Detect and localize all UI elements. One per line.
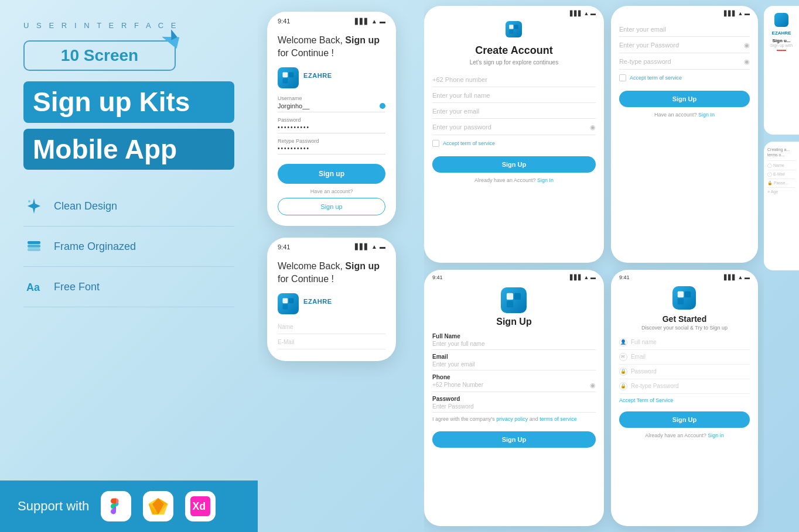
gs-accept-row: Accept Term of Service [619,397,750,403]
gs-accept-link[interactable]: Accept Term of Service [619,397,673,403]
ca-title: Create Account [432,44,596,57]
have-account-1: Have an account? [278,188,385,194]
svg-rect-24 [507,300,513,307]
username-value: Jorginho__ [278,102,385,112]
ca-sign-in[interactable]: Sign In [537,177,554,183]
su-fullname-group: Full Name Enter your full name [432,333,596,350]
ps-sign-in[interactable]: Sign In [698,112,715,118]
phone2-content: Welcome Back, Sign up for Continue ! EZA… [267,254,396,361]
app-name-1: EZAHRE [303,72,332,79]
svg-point-0 [28,200,30,202]
feature-item-font: Aa Free Font [23,267,234,307]
gs-password-field[interactable]: 🔒 Password [619,365,750,379]
ca-content: Create Account Let's sign up for explore… [424,41,604,191]
wifi-icon-2: ▲ [371,243,377,250]
lock-retype-icon: 🔒 [619,382,627,390]
screen-badge-wrapper: 10 Screen [23,40,176,71]
ps-accept-row: Accept term of service [619,74,750,81]
feature-item-clean: Clean Design [23,186,234,226]
signup-btn-1[interactable]: Sign up [278,164,385,184]
su-content: Sign Up Full Name Enter your full name E… [424,317,604,456]
svg-text:Xd: Xd [193,500,206,512]
signup-outline-btn-1[interactable]: Sign up [278,198,385,215]
su-email-input[interactable]: Enter your email [432,361,596,370]
status-icons-1: ▋▋▋ ▲ ▬ [355,18,385,25]
wifi-icon: ▲ [371,18,377,25]
ps-retype[interactable]: Re-type password ◉ [619,54,750,70]
ps-accept-label[interactable]: Accept term of service [630,75,682,81]
feature-list: Clean Design Frame Orginazed Aa Free Fon… [23,186,234,307]
password-dots: •••••••••• [278,124,385,133]
frame-organized-label: Frame Orginazed [54,241,136,253]
status-icons-2: ▋▋▋ ▲ ▬ [355,243,385,250]
far-right-sub: Sign up with [769,43,794,47]
su-fullname-input[interactable]: Enter your full name [432,341,596,350]
su-signup-btn[interactable]: Sign Up [432,431,596,448]
far-right-terms: terms o... [767,153,795,157]
ca-field-password[interactable]: Enter your password ◉ [432,120,596,135]
su-title: Sign Up [432,317,596,327]
feature-item-frame: Frame Orginazed [23,226,234,267]
ca-have-account: Already have an Account? Sign In [432,177,596,183]
middle-panel: 9:41 ▋▋▋ ▲ ▬ Welcome Back, Sign up for C… [258,0,424,532]
sign-up-phone: 9:41 ▋▋▋ ▲ ▬ Sign Up Full Name [424,270,604,527]
ps-email[interactable]: Enter your email [619,22,750,37]
font-icon: Aa [23,276,45,297]
gs-retype-field[interactable]: 🔒 Re-type Password [619,379,750,394]
free-font-label: Free Font [54,281,100,293]
svg-rect-22 [507,293,513,299]
eye-icon-ca: ◉ [590,123,596,131]
xd-icon[interactable]: Xd [185,491,216,521]
far-right-divider [777,50,786,51]
svg-rect-16 [282,298,288,303]
right-panel: ▋▋▋ ▲ ▬ Create Account Let's sign up for… [424,0,764,532]
right-row-top: ▋▋▋ ▲ ▬ Create Account Let's sign up for… [424,6,758,263]
ca-accept-row: Accept term of service [432,140,596,147]
gs-status-bar: 9:41 ▋▋▋ ▲ ▬ [611,270,758,283]
svg-rect-20 [514,25,518,29]
gs-title: Get Started [619,314,750,324]
gs-fullname-field[interactable]: 👤 Full name [619,335,750,350]
svg-rect-17 [289,298,294,303]
sketch-icon[interactable] [143,491,173,521]
clean-design-label: Clean Design [54,200,117,212]
far-right-label: EZAHRE [769,30,794,36]
right-row-bottom: 9:41 ▋▋▋ ▲ ▬ Sign Up Full Name [424,270,758,527]
ps-status-bar: ▋▋▋ ▲ ▬ [611,6,758,19]
svg-text:Aa: Aa [26,282,40,293]
gs-email-field[interactable]: ✉ Email [619,350,750,365]
retype-field: Retype Password •••••••••• [278,138,385,155]
svg-rect-23 [514,293,521,299]
gs-signup-btn[interactable]: Sign Up [619,411,750,428]
password-label: Password [278,117,385,123]
time-1: 9:41 [278,18,290,25]
svg-rect-2 [28,245,40,248]
far-right-pass: 🔒 Passe... [767,181,795,186]
su-email-group: Email Enter your email [432,353,596,370]
ps-signup-btn[interactable]: Sign Up [619,91,750,107]
phone-mockup-1: 9:41 ▋▋▋ ▲ ▬ Welcome Back, Sign up for C… [267,12,396,226]
ca-field-phone[interactable]: +62 Phone number [432,73,596,87]
ca-signup-btn[interactable]: Sign Up [432,156,596,173]
far-right-panel: EZAHRE Sign u... Sign up with Creating a… [764,0,799,532]
username-field: Username Jorginho__ [278,95,385,112]
phone-status-bar-2: 9:41 ▋▋▋ ▲ ▬ [267,238,396,254]
ca-checkbox[interactable] [432,140,439,147]
gs-sign-in[interactable]: Sign in [708,433,724,438]
far-right-top: EZAHRE Sign u... Sign up with [764,6,799,135]
su-password-group: Password Enter Password [432,396,596,413]
figma-icon[interactable] [101,491,131,521]
far-right-bottom: Creating a... terms o... ◯ Name ◯ E-Mail… [764,142,799,270]
title-signup: Sign up Kits [23,81,234,123]
svg-rect-21 [510,30,514,34]
phone-mockup-2: 9:41 ▋▋▋ ▲ ▬ Welcome Back, Sign up for C… [267,238,396,361]
ca-field-name[interactable]: Enter your full name [432,88,596,103]
su-phone-input[interactable]: +62 Phone Number ◉ [432,382,596,392]
phone1-content: Welcome Back, Sign up for Continue ! EZA… [267,28,396,226]
su-password-label: Password [432,396,596,402]
ps-checkbox[interactable] [619,74,626,81]
ps-password[interactable]: Enter your Password ◉ [619,38,750,53]
ca-field-email[interactable]: Enter your email [432,104,596,119]
su-password-input[interactable]: Enter Password [432,403,596,413]
svg-rect-13 [282,72,288,77]
